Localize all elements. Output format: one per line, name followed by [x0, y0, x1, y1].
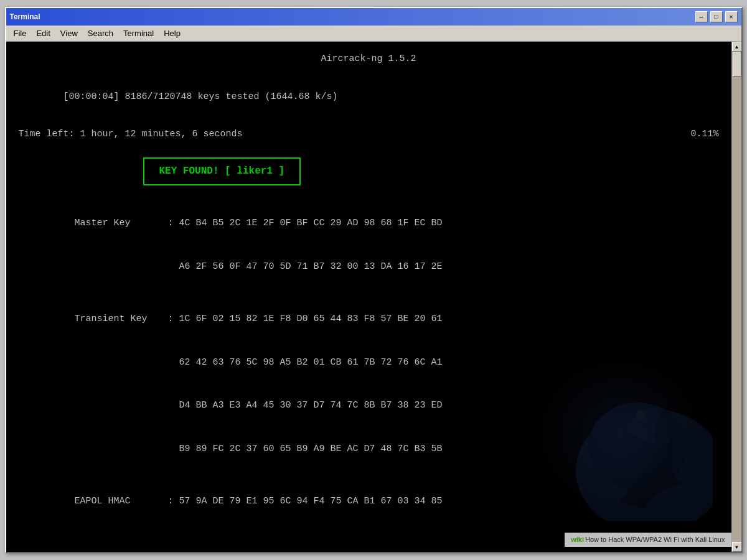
- eapol-hmac-line: : 57 9A DE 79 E1 95 6C 94 F4 75 CA B1 67…: [168, 496, 443, 506]
- master-key-line2: A6 2F 56 0F 47 70 5D 71 B7 32 00 13 DA 1…: [168, 261, 443, 272]
- transient-key-label: Transient Key: [75, 312, 168, 326]
- wikihow-logo: wiki: [571, 534, 584, 545]
- transient-key-line1: : 1C 6F 02 15 82 1E F8 D0 65 44 83 F8 57…: [168, 314, 443, 324]
- transient-key-line3: D4 BB A3 E3 A4 45 30 37 D7 74 7C 8B B7 3…: [168, 400, 443, 411]
- scroll-track[interactable]: [732, 52, 741, 542]
- menu-view[interactable]: View: [55, 27, 83, 39]
- minimize-button[interactable]: —: [695, 11, 708, 22]
- title-bar: Terminal — □ ✕: [6, 8, 741, 26]
- scroll-up-button[interactable]: ▲: [732, 42, 741, 52]
- window-title: Terminal: [10, 12, 40, 21]
- maximize-button[interactable]: □: [710, 11, 723, 22]
- terminal-window: Terminal — □ ✕ File Edit View Search Ter…: [5, 7, 743, 553]
- menu-search[interactable]: Search: [83, 27, 118, 39]
- terminal-output[interactable]: Aircrack-ng 1.5.2 [00:00:04] 8186/712074…: [6, 42, 731, 552]
- progress-pct: 0.11%: [690, 127, 718, 141]
- time-left: Time left: 1 hour, 12 minutes, 6 seconds: [19, 127, 243, 141]
- menu-file[interactable]: File: [9, 27, 32, 39]
- menu-edit[interactable]: Edit: [31, 27, 55, 39]
- menu-terminal[interactable]: Terminal: [118, 27, 159, 39]
- menu-bar: File Edit View Search Terminal Help: [6, 26, 741, 42]
- progress-line: [00:00:04] 8186/7120748 keys tested (164…: [63, 91, 338, 102]
- transient-key-line2: 62 42 63 76 5C 98 A5 B2 01 CB 61 7B 72 7…: [168, 357, 443, 368]
- transient-key-line4: B9 89 FC 2C 37 60 65 B9 A9 BE AC D7 48 7…: [168, 444, 443, 454]
- scroll-down-button[interactable]: ▼: [732, 542, 741, 552]
- menu-help[interactable]: Help: [159, 27, 186, 39]
- wikihow-bar: wiki How to Hack WPA/WPA2 Wi Fi with Kal…: [565, 533, 731, 547]
- wikihow-text: How to Hack WPA/WPA2 Wi Fi with Kali Lin…: [585, 534, 725, 545]
- close-button[interactable]: ✕: [725, 11, 738, 22]
- scroll-thumb[interactable]: [733, 52, 741, 77]
- master-key-line1: : 4C B4 B5 2C 1E 2F 0F BF CC 29 AD 98 68…: [168, 218, 443, 228]
- eapol-hmac-label: EAPOL HMAC: [75, 494, 168, 508]
- key-found-text: KEY FOUND! [ liker1 ]: [159, 166, 285, 177]
- scrollbar[interactable]: ▲ ▼: [731, 42, 741, 552]
- window-controls: — □ ✕: [695, 11, 738, 22]
- master-key-label: Master Key: [75, 216, 168, 230]
- terminal-area: Aircrack-ng 1.5.2 [00:00:04] 8186/712074…: [6, 42, 741, 552]
- key-found-box: KEY FOUND! [ liker1 ]: [143, 157, 301, 185]
- app-title: Aircrack-ng 1.5.2: [321, 54, 416, 64]
